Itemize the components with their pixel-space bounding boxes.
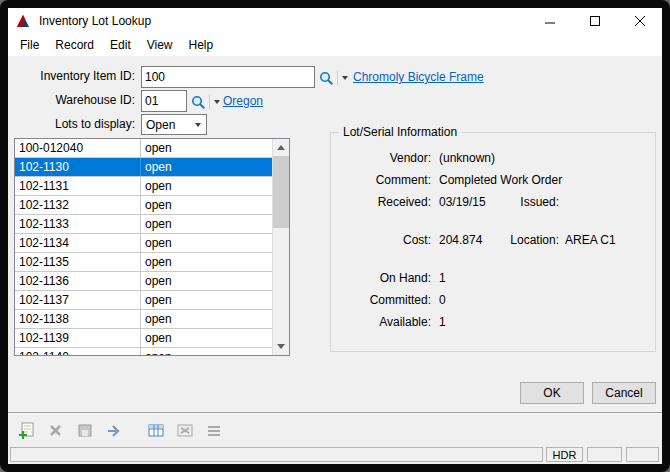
lot-row[interactable]: 100-012040 open	[15, 139, 272, 158]
on-hand-value: 1	[439, 271, 446, 285]
status-cell: open	[141, 215, 272, 233]
close-button[interactable]	[617, 8, 662, 34]
menu-help[interactable]: Help	[181, 35, 222, 55]
menu-record[interactable]: Record	[47, 35, 102, 55]
status-cell: open	[141, 253, 272, 271]
window-title: Inventory Lot Lookup	[39, 14, 151, 28]
combo-dropdown-button[interactable]	[190, 115, 206, 134]
inventory-lot-lookup-window: Inventory Lot Lookup File Record Edit Vi…	[8, 8, 662, 464]
lot-cell: 102-1134	[15, 234, 141, 252]
location-value: AREA C1	[565, 233, 616, 247]
status-panel-2	[587, 447, 622, 462]
status-cell: open	[141, 158, 272, 176]
lots-grid-body: 100-012040 open 102-1130 open 102-1131 o…	[15, 139, 272, 355]
caption-buttons	[527, 8, 662, 34]
grid-add-icon[interactable]	[145, 420, 167, 442]
lot-row[interactable]: 102-1135 open	[15, 253, 272, 272]
item-description-link[interactable]: Chromoly Bicycle Frame	[353, 70, 484, 84]
triangle-down-icon	[277, 344, 285, 349]
status-cell: open	[141, 139, 272, 157]
lot-row[interactable]: 102-1136 open	[15, 272, 272, 291]
lot-row[interactable]: 102-1131 open	[15, 177, 272, 196]
item-lookup-button[interactable]	[319, 68, 348, 88]
vertical-scrollbar[interactable]	[272, 139, 289, 355]
lot-cell: 100-012040	[15, 139, 141, 157]
status-cell: open	[141, 310, 272, 328]
warehouse-id-label: Warehouse ID:	[8, 90, 135, 111]
lot-row[interactable]: 102-1140 open	[15, 348, 272, 355]
lot-row[interactable]: 102-1134 open	[15, 234, 272, 253]
lot-cell: 102-1130	[15, 158, 141, 176]
status-mode-panel: HDR	[546, 447, 583, 462]
chevron-down-icon	[195, 123, 201, 127]
warehouse-id-input[interactable]	[141, 90, 187, 112]
lot-row[interactable]: 102-1138 open	[15, 310, 272, 329]
location-label: Location:	[451, 233, 559, 247]
lots-grid: 100-012040 open 102-1130 open 102-1131 o…	[14, 138, 290, 356]
warehouse-description-link[interactable]: Oregon	[223, 94, 263, 108]
grid-rows-icon[interactable]	[203, 420, 225, 442]
status-cell: open	[141, 177, 272, 195]
status-cell: open	[141, 329, 272, 347]
selected-option: Open	[142, 118, 190, 132]
status-cell: open	[141, 348, 272, 355]
issued-label: Issued:	[451, 195, 559, 209]
item-id-label: Inventory Item ID:	[8, 66, 135, 87]
magnifier-icon	[319, 71, 334, 86]
status-message-panel	[10, 447, 543, 462]
lot-row[interactable]: 102-1133 open	[15, 215, 272, 234]
maximize-button[interactable]	[572, 8, 617, 34]
window-frame: Inventory Lot Lookup File Record Edit Vi…	[0, 0, 670, 472]
status-cell: open	[141, 196, 272, 214]
ok-button[interactable]: OK	[520, 382, 584, 404]
lots-to-display-label: Lots to display:	[8, 114, 135, 135]
cancel-button[interactable]: Cancel	[592, 382, 656, 404]
lot-cell: 102-1132	[15, 196, 141, 214]
warehouse-lookup-button[interactable]	[191, 92, 220, 112]
minimize-icon	[545, 16, 555, 26]
forward-arrow-icon[interactable]	[103, 420, 125, 442]
lot-row[interactable]: 102-1132 open	[15, 196, 272, 215]
delete-icon[interactable]	[45, 420, 67, 442]
bottom-toolbar	[16, 418, 225, 444]
menu-bar: File Record Edit View Help	[8, 34, 662, 56]
close-icon	[635, 16, 645, 26]
save-icon[interactable]	[74, 420, 96, 442]
lot-row[interactable]: 102-1130 open	[15, 158, 272, 177]
available-value: 1	[439, 315, 446, 329]
status-bar: HDR	[8, 445, 662, 464]
minimize-button[interactable]	[527, 8, 572, 34]
app-icon	[15, 13, 31, 29]
scroll-up-button[interactable]	[273, 139, 289, 156]
groupbox-title: Lot/Serial Information	[339, 125, 461, 139]
scroll-down-button[interactable]	[273, 338, 289, 355]
status-cell: open	[141, 234, 272, 252]
lot-cell: 102-1135	[15, 253, 141, 271]
item-lookup-dropdown[interactable]	[337, 71, 348, 85]
scrollbar-thumb[interactable]	[273, 156, 289, 228]
lot-cell: 102-1133	[15, 215, 141, 233]
menu-edit[interactable]: Edit	[102, 35, 139, 55]
menu-file[interactable]: File	[12, 35, 47, 55]
warehouse-lookup-dropdown[interactable]	[209, 95, 220, 109]
lot-row[interactable]: 102-1139 open	[15, 329, 272, 348]
status-cell: open	[141, 272, 272, 290]
committed-label: Committed:	[331, 293, 431, 307]
on-hand-label: On Hand:	[331, 271, 431, 285]
lot-cell: 102-1138	[15, 310, 141, 328]
toolbar-separator	[8, 412, 662, 414]
magnifier-icon	[191, 95, 206, 110]
menu-view[interactable]: View	[139, 35, 181, 55]
cost-label: Cost:	[331, 233, 431, 247]
lot-cell: 102-1131	[15, 177, 141, 195]
lots-to-display-select[interactable]: Open	[141, 114, 207, 135]
note-add-icon[interactable]	[16, 420, 38, 442]
title-bar: Inventory Lot Lookup	[8, 8, 662, 34]
vendor-label: Vendor:	[331, 151, 431, 165]
status-cell: open	[141, 291, 272, 309]
item-id-input[interactable]	[141, 66, 315, 88]
grid-delete-icon[interactable]	[174, 420, 196, 442]
lot-serial-info-group: Lot/Serial Information Vendor: (unknown)…	[330, 132, 656, 352]
committed-value: 0	[439, 293, 446, 307]
lot-row[interactable]: 102-1137 open	[15, 291, 272, 310]
